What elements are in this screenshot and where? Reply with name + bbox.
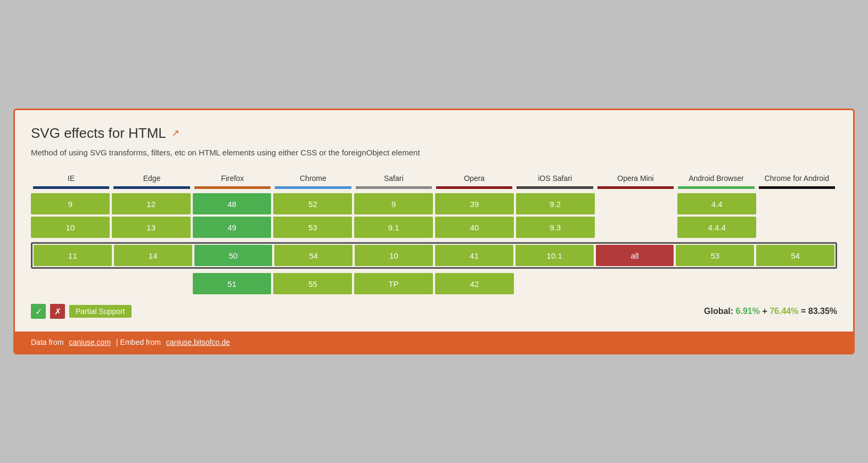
browser-bar <box>517 186 593 189</box>
version-cell <box>31 273 110 294</box>
browser-bar <box>759 186 835 189</box>
browser-name: Chrome for Android <box>765 173 829 183</box>
footer-link1[interactable]: caniuse.com <box>69 338 111 346</box>
version-cell <box>758 217 837 238</box>
version-cell: 4.4.4 <box>677 217 756 238</box>
browser-bar <box>678 186 754 189</box>
legend-check-icon: ✓ <box>31 304 46 319</box>
browser-bar <box>33 186 109 189</box>
stat-equals: = <box>801 307 808 316</box>
version-cell: 50 <box>194 245 273 266</box>
version-cell: 49 <box>193 217 272 238</box>
version-cell: 9.3 <box>516 217 595 238</box>
version-cell: 14 <box>114 245 192 266</box>
title-row: SVG effects for HTML ↗ <box>31 125 837 142</box>
browser-name: Firefox <box>221 173 244 183</box>
footer-separator: | Embed from <box>116 338 161 346</box>
compat-table: IEEdgeFirefoxChromeSafariOperaiOS Safari… <box>31 173 837 294</box>
browser-name: Android Browser <box>689 173 744 183</box>
version-cell <box>597 273 676 294</box>
browser-col-chrome-for-android: Chrome for Android <box>757 173 837 193</box>
browser-col-ie: IE <box>31 173 111 193</box>
content-area: SVG effects for HTML ↗ Method of using S… <box>15 110 853 332</box>
browser-bar <box>113 186 190 189</box>
version-cell <box>597 193 676 214</box>
browser-col-firefox: Firefox <box>192 173 273 193</box>
version-cell: 48 <box>193 193 272 214</box>
description: Method of using SVG transforms, filters,… <box>31 147 837 159</box>
version-cell: 55 <box>273 273 352 294</box>
version-cell: 9.1 <box>354 217 433 238</box>
version-cell: 10.1 <box>515 245 594 266</box>
browser-headers: IEEdgeFirefoxChromeSafariOperaiOS Safari… <box>31 173 837 193</box>
page-title: SVG effects for HTML <box>31 125 166 142</box>
version-cell: 10 <box>31 217 110 238</box>
version-cell: 53 <box>273 217 352 238</box>
stat-total: 83.35% <box>808 307 837 316</box>
browser-name: iOS Safari <box>538 173 572 183</box>
stat2: 76.44% <box>769 307 798 316</box>
version-cell: 54 <box>756 245 834 266</box>
legend-area: ✓ ✗ Partial Support Global: 6.91% + 76.4… <box>31 304 837 319</box>
version-cell <box>758 273 837 294</box>
version-cell: 10 <box>355 245 433 266</box>
version-cell: 41 <box>435 245 513 266</box>
current-row: 11145054104110.1all5354 <box>34 245 834 266</box>
version-cell: 51 <box>193 273 272 294</box>
version-cell: 13 <box>112 217 191 238</box>
version-cell <box>516 273 595 294</box>
version-cell: 54 <box>274 245 353 266</box>
legend-cross-icon: ✗ <box>50 304 65 319</box>
browser-name: Safari <box>384 173 404 183</box>
data-row: 5155TP42 <box>31 273 837 294</box>
browser-col-safari: Safari <box>354 173 434 193</box>
version-cell: TP <box>354 273 433 294</box>
browser-bar <box>597 186 674 189</box>
browser-name: Chrome <box>300 173 326 183</box>
external-link-icon[interactable]: ↗ <box>171 127 179 139</box>
version-cell: 9 <box>354 193 433 214</box>
browser-col-edge: Edge <box>111 173 192 193</box>
rows-wrapper: 91248529399.24.4101349539.1409.34.4.4111… <box>31 193 837 294</box>
main-card: SVG effects for HTML ↗ Method of using S… <box>13 109 855 355</box>
version-cell: 40 <box>435 217 514 238</box>
stat1: 6.91% <box>736 307 760 316</box>
browser-name: IE <box>68 173 75 183</box>
browser-bar <box>356 186 432 189</box>
data-row: 101349539.1409.34.4.4 <box>31 217 837 238</box>
footer-bar: Data from caniuse.com | Embed from caniu… <box>15 332 853 353</box>
version-cell: 52 <box>273 193 352 214</box>
version-cell <box>597 217 676 238</box>
browser-name: Edge <box>143 173 161 183</box>
footer-link2[interactable]: caniuse.bitsofco.de <box>166 338 230 346</box>
browser-col-opera: Opera <box>434 173 514 193</box>
version-cell: 9 <box>31 193 110 214</box>
global-label: Global: <box>704 307 733 316</box>
version-cell: 11 <box>34 245 112 266</box>
browser-col-chrome: Chrome <box>273 173 353 193</box>
version-cell: 53 <box>676 245 754 266</box>
version-cell <box>677 273 756 294</box>
browser-bar <box>194 186 271 189</box>
version-cell: 4.4 <box>677 193 756 214</box>
legend-partial-label: Partial Support <box>69 305 132 318</box>
version-cell: all <box>596 245 674 266</box>
version-cell: 39 <box>435 193 514 214</box>
version-cell: 42 <box>435 273 514 294</box>
current-row-wrapper: 11145054104110.1all5354 <box>31 242 837 269</box>
version-cell: 12 <box>112 193 191 214</box>
browser-col-opera-mini: Opera Mini <box>595 173 676 193</box>
browser-col-android-browser: Android Browser <box>676 173 756 193</box>
version-cell: 9.2 <box>516 193 595 214</box>
browser-bar <box>436 186 512 189</box>
footer-text1: Data from <box>31 338 63 346</box>
browser-name: Opera <box>464 173 485 183</box>
browser-col-ios-safari: iOS Safari <box>514 173 595 193</box>
stat-plus: + <box>762 307 769 316</box>
version-cell <box>758 193 837 214</box>
browser-bar <box>275 186 351 189</box>
version-cell <box>112 273 191 294</box>
browser-name: Opera Mini <box>617 173 653 183</box>
data-row: 91248529399.24.4 <box>31 193 837 214</box>
global-stats: Global: 6.91% + 76.44% = 83.35% <box>704 307 837 316</box>
